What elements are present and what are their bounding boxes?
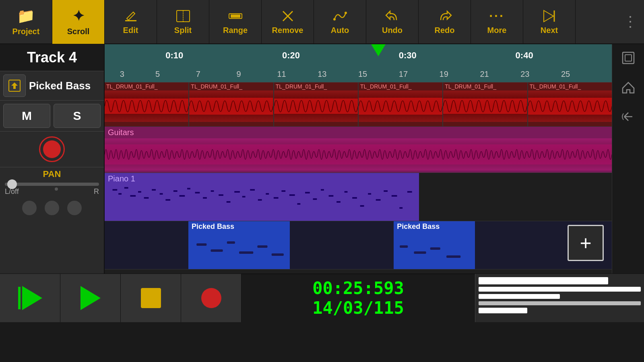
drum-waveform-5 <box>443 90 527 122</box>
more-button[interactable]: ··· More <box>471 0 523 44</box>
more-label: More <box>487 26 507 35</box>
drum-waveform-2 <box>189 90 273 122</box>
beat-11: 11 <box>277 70 286 79</box>
pan-slider[interactable] <box>5 183 99 186</box>
svg-rect-59 <box>407 191 412 193</box>
bass-clip-1[interactable]: Picked Bass <box>188 221 290 269</box>
svg-rect-44 <box>289 194 295 196</box>
time-marker-20: 0:20 <box>282 50 300 61</box>
pan-label: PAN <box>0 167 104 181</box>
range-icon <box>228 9 243 23</box>
effect-dot-2[interactable] <box>45 201 59 215</box>
next-button[interactable]: Next <box>523 0 576 44</box>
drum-clip-6[interactable]: TL_DRUM_01_Full_ <box>528 82 612 126</box>
svg-rect-25 <box>144 197 149 199</box>
drum-waveform-1 <box>105 90 188 122</box>
svg-rect-32 <box>195 192 200 193</box>
edit-button[interactable]: Edit <box>105 0 157 44</box>
stop-button[interactable] <box>121 274 181 322</box>
piano-clip[interactable]: Piano 1 <box>105 173 419 221</box>
split-button[interactable]: Split <box>157 0 209 44</box>
beat-9: 9 <box>237 70 241 79</box>
range-button[interactable]: Range <box>209 0 262 44</box>
svg-rect-63 <box>239 251 253 254</box>
svg-rect-69 <box>446 255 460 258</box>
beat-ruler[interactable]: 3 5 7 9 11 13 15 17 19 21 23 25 <box>105 66 612 82</box>
auto-button[interactable]: Auto <box>314 0 366 44</box>
bass-label-1: Picked Bass <box>188 221 290 232</box>
edit-icon <box>124 9 138 23</box>
undo-icon <box>385 9 400 23</box>
drum-clip-2[interactable]: TL_DRUM_01_Full_ <box>189 82 274 126</box>
mini-bar-4 <box>479 301 641 305</box>
solo-button[interactable]: S <box>54 104 101 128</box>
remove-button[interactable]: Remove <box>262 0 314 44</box>
right-icons <box>612 44 644 274</box>
svg-rect-66 <box>400 245 408 248</box>
drum-clips: TL_DRUM_01_Full_ TL_DRUM_01_Full_ <box>105 82 612 126</box>
svg-rect-29 <box>173 190 178 192</box>
svg-rect-26 <box>152 189 156 191</box>
skip-play-icon <box>18 286 42 310</box>
beat-3: 3 <box>120 70 124 79</box>
scroll-button[interactable]: ✦ Scroll <box>52 0 105 44</box>
guitars-clip[interactable]: Guitars <box>105 127 612 173</box>
bass-notes-2-svg <box>394 231 475 266</box>
edit-label: Edit <box>123 26 138 35</box>
svg-rect-28 <box>165 199 170 201</box>
time-marker-40: 0:40 <box>516 50 533 61</box>
svg-rect-62 <box>227 241 235 244</box>
auto-label: Auto <box>331 26 349 35</box>
project-button[interactable]: 📁 Project <box>0 0 52 44</box>
mini-timeline[interactable] <box>475 274 644 322</box>
auto-icon <box>333 9 347 23</box>
range-label: Range <box>223 26 248 35</box>
redo-button[interactable]: Redo <box>419 0 471 44</box>
split-icon <box>176 9 190 23</box>
add-track-button[interactable]: + <box>568 225 604 261</box>
svg-rect-67 <box>414 251 426 254</box>
undo-button[interactable]: Undo <box>366 0 419 44</box>
mute-button[interactable]: M <box>3 104 50 128</box>
bass-clip-2[interactable]: Picked Bass <box>394 221 475 269</box>
svg-rect-34 <box>211 190 214 192</box>
drum-clip-5[interactable]: TL_DRUM_01_Full_ <box>443 82 528 126</box>
drum-clip-3[interactable]: TL_DRUM_01_Full_ <box>274 82 359 126</box>
svg-marker-9 <box>544 10 553 22</box>
skip-play-button[interactable] <box>0 274 60 322</box>
play-button[interactable] <box>60 274 121 322</box>
svg-rect-42 <box>274 197 279 199</box>
svg-rect-54 <box>368 193 371 195</box>
beat-25: 25 <box>561 70 570 79</box>
effect-dot-1[interactable] <box>22 201 37 215</box>
toolbar: 📁 Project ✦ Scroll Edit Split Range Re <box>0 0 644 44</box>
split-label: Split <box>174 26 192 35</box>
record-arm-button[interactable] <box>39 136 65 162</box>
drum-label-5: TL_DRUM_01_Full_ <box>443 82 527 90</box>
svg-rect-24 <box>138 191 141 193</box>
scroll-icon: ✦ <box>72 8 85 25</box>
drum-waveform-4 <box>359 90 442 122</box>
tracks-container: TL_DRUM_01_Full_ TL_DRUM_01_Full_ <box>105 82 612 274</box>
drum-clip-1[interactable]: TL_DRUM_01_Full_ <box>105 82 189 126</box>
maximize-icon[interactable] <box>621 51 636 68</box>
svg-rect-55 <box>376 199 381 201</box>
effect-dot-3[interactable] <box>67 201 82 215</box>
beat-5: 5 <box>155 70 160 79</box>
svg-point-8 <box>345 12 347 14</box>
record-button[interactable] <box>181 274 242 322</box>
beat-15: 15 <box>358 70 367 79</box>
svg-point-7 <box>333 18 336 21</box>
track-export-button[interactable] <box>3 74 26 97</box>
guitars-track-row: Guitars JSOFTJ.COM <box>105 127 612 173</box>
mute-solo-row: M S <box>0 101 104 132</box>
skip-play-line <box>18 287 21 309</box>
drum-clip-4[interactable]: TL_DRUM_01_Full_ <box>359 82 443 126</box>
drum-label-6: TL_DRUM_01_Full_ <box>528 82 612 90</box>
overflow-menu[interactable]: ⋮ <box>617 13 644 30</box>
svg-rect-20 <box>113 189 118 191</box>
record-btn-inner <box>43 140 61 158</box>
home-icon[interactable] <box>621 80 636 97</box>
time-ruler[interactable]: 0:10 0:20 0:30 0:40 <box>105 44 612 66</box>
back-icon[interactable] <box>620 109 636 127</box>
